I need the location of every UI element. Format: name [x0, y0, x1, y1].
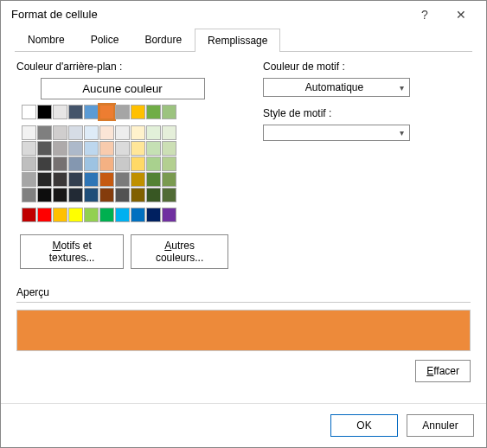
dialog-footer: OK Annuler [1, 403, 486, 447]
color-swatch[interactable] [84, 105, 99, 119]
color-swatch[interactable] [37, 172, 52, 187]
color-swatch[interactable] [115, 172, 130, 187]
tab-remplissage[interactable]: Remplissage [195, 29, 280, 52]
pattern-color-label: Couleur de motif : [263, 61, 471, 73]
chevron-down-icon: ▾ [400, 83, 404, 93]
color-swatch[interactable] [53, 141, 67, 156]
color-swatch[interactable] [146, 141, 161, 156]
title-bar: Format de cellule ? ✕ [1, 1, 486, 28]
color-swatch[interactable] [162, 208, 176, 222]
color-swatch[interactable] [131, 125, 145, 140]
dialog-title: Format de cellule [11, 8, 407, 21]
color-swatch[interactable] [68, 157, 83, 171]
color-swatch[interactable] [22, 172, 36, 187]
color-swatch[interactable] [99, 105, 114, 119]
color-swatch[interactable] [146, 188, 161, 202]
color-swatch[interactable] [22, 188, 36, 202]
color-swatch[interactable] [146, 105, 161, 119]
tint-grid [22, 125, 228, 202]
color-swatch[interactable] [68, 172, 83, 187]
color-swatch[interactable] [37, 125, 52, 140]
color-swatch[interactable] [37, 141, 52, 156]
cancel-button[interactable]: Annuler [407, 414, 474, 437]
chevron-down-icon: ▾ [400, 128, 404, 138]
help-button[interactable]: ? [407, 9, 443, 21]
standard-color-row [16, 208, 228, 222]
color-swatch[interactable] [131, 157, 145, 171]
color-swatch[interactable] [146, 172, 161, 187]
color-swatch[interactable] [22, 141, 36, 156]
color-swatch[interactable] [131, 141, 145, 156]
preview-swatch [16, 310, 471, 351]
close-button[interactable]: ✕ [443, 9, 479, 21]
color-swatch[interactable] [162, 141, 176, 156]
tab-police[interactable]: Police [78, 28, 132, 51]
color-swatch[interactable] [115, 105, 130, 119]
color-swatch[interactable] [68, 105, 83, 119]
color-swatch[interactable] [146, 157, 161, 171]
color-swatch[interactable] [115, 141, 130, 156]
clear-button[interactable]: Effacer [415, 360, 471, 382]
color-swatch[interactable] [99, 188, 114, 202]
color-swatch[interactable] [115, 208, 130, 222]
color-swatch[interactable] [22, 125, 36, 140]
color-swatch[interactable] [37, 208, 52, 222]
color-swatch[interactable] [84, 188, 99, 202]
color-swatch[interactable] [68, 188, 83, 202]
color-swatch[interactable] [68, 208, 83, 222]
color-swatch[interactable] [162, 105, 176, 119]
bg-color-label: Couleur d'arrière-plan : [16, 61, 228, 73]
color-swatch[interactable] [162, 157, 176, 171]
fill-effects-button[interactable]: Motifs et textures... [20, 234, 124, 269]
color-swatch[interactable] [131, 188, 145, 202]
color-swatch[interactable] [99, 141, 114, 156]
pattern-style-select[interactable]: ▾ [263, 125, 410, 141]
color-swatch[interactable] [115, 188, 130, 202]
theme-color-row [16, 105, 228, 119]
color-swatch[interactable] [84, 141, 99, 156]
color-swatch[interactable] [115, 157, 130, 171]
color-swatch[interactable] [99, 172, 114, 187]
ok-button[interactable]: OK [330, 414, 398, 437]
color-swatch[interactable] [53, 105, 67, 119]
color-swatch[interactable] [99, 208, 114, 222]
color-swatch[interactable] [53, 157, 67, 171]
tab-content: Couleur d'arrière-plan : Aucune couleur … [1, 52, 486, 403]
preview-label: Aperçu [16, 286, 471, 298]
color-swatch[interactable] [37, 188, 52, 202]
color-swatch[interactable] [84, 172, 99, 187]
tab-strip: Nombre Police Bordure Remplissage [1, 28, 486, 51]
color-swatch[interactable] [68, 141, 83, 156]
color-swatch[interactable] [146, 125, 161, 140]
color-swatch[interactable] [131, 208, 145, 222]
color-swatch[interactable] [99, 125, 114, 140]
color-swatch[interactable] [162, 188, 176, 202]
color-swatch[interactable] [99, 157, 114, 171]
color-swatch[interactable] [131, 172, 145, 187]
color-swatch[interactable] [162, 125, 176, 140]
color-swatch[interactable] [146, 208, 161, 222]
color-swatch[interactable] [53, 208, 67, 222]
color-swatch[interactable] [37, 105, 52, 119]
color-swatch[interactable] [53, 188, 67, 202]
color-swatch[interactable] [37, 157, 52, 171]
color-swatch[interactable] [131, 105, 145, 119]
color-swatch[interactable] [84, 157, 99, 171]
more-colors-button[interactable]: Autres couleurs... [131, 234, 228, 269]
color-swatch[interactable] [53, 172, 67, 187]
tab-bordure[interactable]: Bordure [131, 28, 195, 51]
color-swatch[interactable] [22, 208, 36, 222]
color-swatch[interactable] [84, 125, 99, 140]
pattern-color-select[interactable]: Automatique ▾ [263, 78, 410, 97]
tab-nombre[interactable]: Nombre [15, 28, 78, 51]
pattern-style-label: Style de motif : [263, 107, 471, 119]
color-swatch[interactable] [22, 157, 36, 171]
color-swatch[interactable] [53, 125, 67, 140]
color-swatch[interactable] [68, 125, 83, 140]
no-color-button[interactable]: Aucune couleur [41, 78, 205, 99]
color-swatch[interactable] [84, 208, 99, 222]
color-swatch[interactable] [22, 105, 36, 119]
color-swatch[interactable] [162, 172, 176, 187]
color-swatch[interactable] [115, 125, 130, 140]
